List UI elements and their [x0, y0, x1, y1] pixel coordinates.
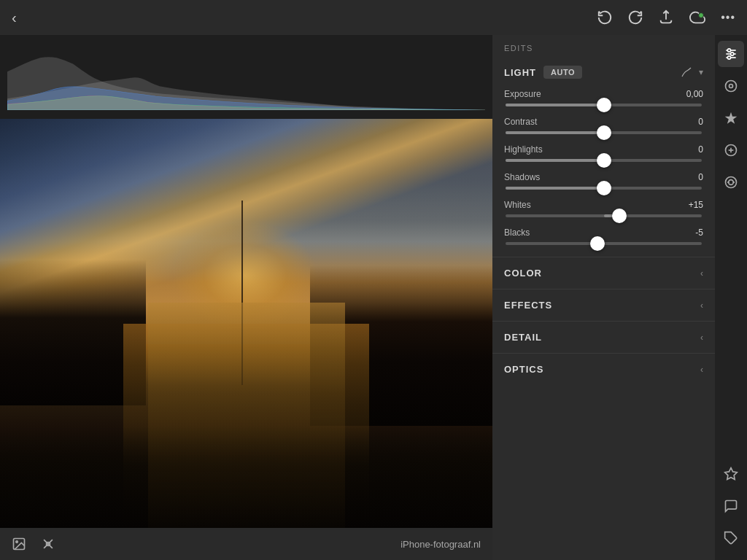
- effects-section: EFFECTS ‹: [492, 289, 715, 321]
- edit-sliders-icon[interactable]: [718, 41, 744, 67]
- whites-thumb[interactable]: [612, 209, 627, 223]
- contrast-track[interactable]: [506, 131, 702, 134]
- light-section-header-left: LIGHT AUTO: [504, 66, 582, 79]
- comment-icon[interactable]: [718, 493, 744, 519]
- svg-marker-19: [725, 468, 738, 480]
- highlights-track[interactable]: [506, 159, 702, 162]
- top-toolbar: ‹ •••: [0, 0, 747, 35]
- right-panel: EDITS LIGHT AUTO ▾ Exposure: [492, 35, 715, 560]
- photo-image: [0, 119, 492, 528]
- bottom-bar: iPhone-fotograaf.nl: [0, 528, 492, 560]
- contrast-thumb[interactable]: [597, 125, 611, 140]
- light-title: LIGHT: [504, 67, 536, 78]
- svg-point-9: [727, 56, 730, 59]
- svg-point-8: [731, 52, 734, 55]
- svg-point-2: [16, 541, 18, 543]
- top-bar-right: •••: [597, 9, 735, 26]
- bottom-bar-icons: [12, 537, 55, 551]
- color-title: COLOR: [504, 268, 542, 279]
- exposure-slider-row: Exposure 0,00: [492, 86, 715, 114]
- photo-panel: iPhone-fotograaf.nl: [0, 35, 492, 560]
- effects-section-header[interactable]: EFFECTS ‹: [492, 289, 715, 321]
- edits-label: EDITS: [492, 35, 715, 58]
- auto-button[interactable]: AUTO: [543, 66, 582, 79]
- back-button[interactable]: ‹: [12, 9, 17, 26]
- histogram-container: [0, 35, 492, 119]
- histogram-canvas: [7, 41, 485, 110]
- healing-icon[interactable]: [718, 137, 744, 163]
- cloud-button[interactable]: [689, 9, 706, 26]
- contrast-slider-row: Contrast 0: [492, 114, 715, 141]
- color-chevron[interactable]: ‹: [700, 268, 703, 279]
- exposure-track[interactable]: [506, 104, 702, 106]
- whites-label: Whites: [504, 200, 531, 210]
- detail-chevron[interactable]: ‹: [700, 332, 703, 343]
- light-section-header[interactable]: LIGHT AUTO ▾: [492, 58, 715, 86]
- share-button[interactable]: [658, 9, 674, 26]
- whites-value: +15: [681, 200, 703, 210]
- exposure-thumb[interactable]: [597, 98, 611, 112]
- blacks-slider-row: Blacks -5: [492, 225, 715, 252]
- far-right-panel: [715, 35, 747, 560]
- histogram-svg: [7, 41, 485, 110]
- sparkle-icon[interactable]: [718, 105, 744, 131]
- optics-title: OPTICS: [504, 364, 543, 375]
- highlights-thumb[interactable]: [597, 153, 611, 168]
- edits-panel: EDITS LIGHT AUTO ▾ Exposure: [492, 35, 715, 560]
- svg-point-15: [726, 177, 737, 188]
- blacks-track[interactable]: [506, 242, 702, 245]
- color-section: COLOR ‹: [492, 257, 715, 289]
- light-collapse-arrow[interactable]: ▾: [699, 67, 703, 77]
- blacks-thumb[interactable]: [590, 236, 605, 251]
- shadows-slider-row: Shadows 0: [492, 169, 715, 197]
- redo-button[interactable]: [627, 9, 643, 26]
- exposure-value: 0,00: [681, 89, 703, 99]
- whites-track[interactable]: [506, 214, 702, 217]
- svg-point-16: [729, 180, 734, 185]
- bottom-icon-2[interactable]: [41, 537, 55, 551]
- highlights-label: Highlights: [504, 144, 543, 155]
- contrast-value: 0: [681, 117, 703, 127]
- contrast-label: Contrast: [504, 117, 537, 127]
- svg-point-10: [726, 81, 737, 92]
- shadows-track[interactable]: [506, 187, 702, 190]
- top-bar-left: ‹: [12, 9, 17, 26]
- detail-title: DETAIL: [504, 332, 542, 343]
- svg-point-7: [727, 49, 730, 52]
- bottom-icon-1[interactable]: [12, 537, 26, 551]
- blacks-label: Blacks: [504, 228, 530, 238]
- more-button[interactable]: •••: [721, 11, 735, 24]
- favorite-icon[interactable]: [718, 461, 744, 487]
- shadows-label: Shadows: [504, 172, 540, 182]
- highlights-value: 0: [681, 144, 703, 155]
- light-section-header-right: ▾: [680, 66, 703, 79]
- shadows-thumb[interactable]: [597, 181, 611, 195]
- crop-icon[interactable]: [718, 73, 744, 99]
- optics-chevron[interactable]: ‹: [700, 365, 703, 375]
- mask-icon[interactable]: [718, 169, 744, 195]
- shadows-value: 0: [681, 172, 703, 182]
- photo-area: [0, 119, 492, 528]
- whites-slider-row: Whites +15: [492, 197, 715, 225]
- detail-section-header[interactable]: DETAIL ‹: [492, 322, 715, 353]
- color-section-header[interactable]: COLOR ‹: [492, 257, 715, 289]
- optics-section-header[interactable]: OPTICS ‹: [492, 354, 715, 385]
- tone-curve-icon[interactable]: [680, 66, 693, 79]
- watermark-text: iPhone-fotograaf.nl: [400, 539, 481, 550]
- undo-button[interactable]: [597, 9, 613, 26]
- blacks-value: -5: [681, 228, 703, 238]
- effects-chevron[interactable]: ‹: [700, 300, 703, 311]
- highlights-slider-row: Highlights 0: [492, 141, 715, 169]
- effects-title: EFFECTS: [504, 300, 552, 311]
- svg-point-11: [729, 85, 733, 88]
- optics-section: OPTICS ‹: [492, 353, 715, 385]
- tag-icon[interactable]: [718, 525, 744, 551]
- main-content: iPhone-fotograaf.nl EDITS LIGHT AUTO ▾: [0, 35, 747, 560]
- detail-section: DETAIL ‹: [492, 321, 715, 353]
- exposure-label: Exposure: [504, 89, 541, 99]
